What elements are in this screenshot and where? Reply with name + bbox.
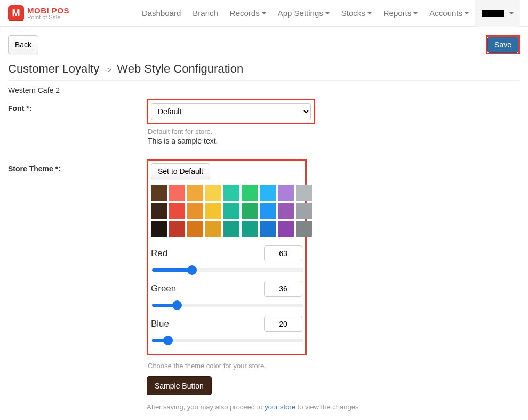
font-label: Font *: bbox=[8, 99, 147, 113]
nav-stocks-label: Stocks bbox=[341, 9, 365, 18]
save-button[interactable]: Save bbox=[487, 37, 518, 53]
brand-title: MOBI POS bbox=[27, 6, 69, 14]
chevron-down-icon bbox=[413, 12, 418, 14]
chevron-down-icon bbox=[262, 12, 266, 14]
color-swatch[interactable] bbox=[205, 203, 221, 219]
color-swatch[interactable] bbox=[260, 203, 276, 219]
top-navbar: M MOBI POS Point of Sale Dashboard Branc… bbox=[0, 0, 528, 27]
color-swatch[interactable] bbox=[223, 185, 239, 201]
red-slider[interactable] bbox=[152, 268, 303, 272]
green-input[interactable] bbox=[264, 281, 302, 297]
chevron-down-icon bbox=[367, 12, 372, 14]
color-swatch[interactable] bbox=[169, 185, 185, 201]
color-swatch[interactable] bbox=[151, 203, 167, 219]
user-name-redacted bbox=[482, 10, 504, 17]
save-highlight: Save bbox=[486, 35, 520, 54]
separator bbox=[8, 80, 520, 81]
title-section: Customer Loyalty bbox=[8, 62, 99, 75]
color-swatch[interactable] bbox=[242, 203, 258, 219]
brand-logo-icon: M bbox=[8, 5, 24, 21]
color-swatch[interactable] bbox=[296, 221, 312, 237]
brand-subtitle: Point of Sale bbox=[27, 14, 69, 20]
color-swatch[interactable] bbox=[151, 185, 167, 201]
color-swatch[interactable] bbox=[278, 203, 294, 219]
nav-branch[interactable]: Branch bbox=[187, 0, 224, 27]
color-swatch[interactable] bbox=[296, 203, 312, 219]
title-page: Web Style Configuration bbox=[117, 62, 243, 75]
nav-app-settings-label: App Settings bbox=[278, 9, 323, 18]
sample-button[interactable]: Sample Button bbox=[147, 376, 212, 395]
green-label: Green bbox=[151, 283, 176, 294]
color-swatch[interactable] bbox=[187, 203, 203, 219]
proceed-link[interactable]: your store bbox=[265, 403, 295, 411]
color-swatch[interactable] bbox=[223, 203, 239, 219]
theme-highlight: Set to Default Red Green bbox=[147, 159, 307, 355]
color-swatch[interactable] bbox=[278, 185, 294, 201]
red-input[interactable] bbox=[264, 245, 302, 261]
back-button[interactable]: Back bbox=[8, 35, 38, 54]
nav-reports[interactable]: Reports bbox=[378, 0, 424, 27]
color-swatch[interactable] bbox=[187, 185, 203, 201]
color-swatch[interactable] bbox=[260, 221, 276, 237]
nav-records-label: Records bbox=[230, 9, 260, 18]
blue-label: Blue bbox=[151, 319, 169, 329]
font-highlight: Default bbox=[147, 99, 315, 124]
color-swatch[interactable] bbox=[242, 221, 258, 237]
color-swatch[interactable] bbox=[260, 185, 276, 201]
swatch-grid bbox=[151, 185, 302, 237]
theme-label: Store Theme *: bbox=[8, 159, 147, 173]
user-menu[interactable] bbox=[475, 0, 520, 27]
color-swatch[interactable] bbox=[187, 221, 203, 237]
proceed-suffix: to view the changes bbox=[295, 403, 359, 411]
color-swatch[interactable] bbox=[205, 185, 221, 201]
nav-reports-label: Reports bbox=[383, 9, 412, 18]
chevron-down-icon bbox=[465, 12, 469, 14]
red-label: Red bbox=[151, 248, 167, 259]
green-slider[interactable] bbox=[152, 304, 303, 307]
proceed-text: After saving, you may also proceed to yo… bbox=[147, 403, 520, 411]
breadcrumb-arrow-icon: -> bbox=[105, 66, 111, 74]
blue-slider[interactable] bbox=[152, 339, 303, 342]
font-helper: Default font for store. bbox=[147, 128, 520, 136]
color-swatch[interactable] bbox=[223, 221, 239, 237]
color-swatch[interactable] bbox=[205, 221, 221, 237]
chevron-down-icon bbox=[325, 12, 330, 14]
chevron-down-icon bbox=[509, 12, 514, 14]
blue-input[interactable] bbox=[264, 316, 302, 332]
proceed-prefix: After saving, you may also proceed to bbox=[147, 403, 265, 411]
nav-accounts[interactable]: Accounts bbox=[423, 0, 475, 27]
color-swatch[interactable] bbox=[242, 185, 258, 201]
nav-app-settings[interactable]: App Settings bbox=[272, 0, 335, 27]
nav-dashboard[interactable]: Dashboard bbox=[136, 0, 187, 27]
color-swatch[interactable] bbox=[296, 185, 312, 201]
nav-accounts-label: Accounts bbox=[429, 9, 462, 18]
page-title: Customer Loyalty -> Web Style Configurat… bbox=[8, 62, 520, 76]
nav-stocks[interactable]: Stocks bbox=[335, 0, 378, 27]
font-sample: This is a sample text. bbox=[147, 137, 520, 145]
set-default-button[interactable]: Set to Default bbox=[151, 163, 210, 179]
color-swatch[interactable] bbox=[169, 221, 185, 237]
font-select[interactable]: Default bbox=[151, 103, 311, 120]
color-swatch[interactable] bbox=[151, 221, 167, 237]
nav-records[interactable]: Records bbox=[224, 0, 272, 27]
brand: M MOBI POS Point of Sale bbox=[8, 5, 69, 21]
color-swatch[interactable] bbox=[278, 221, 294, 237]
branch-name: Western Cafe 2 bbox=[8, 86, 520, 94]
color-swatch[interactable] bbox=[169, 203, 185, 219]
theme-helper: Choose the theme color for your store. bbox=[147, 362, 520, 370]
